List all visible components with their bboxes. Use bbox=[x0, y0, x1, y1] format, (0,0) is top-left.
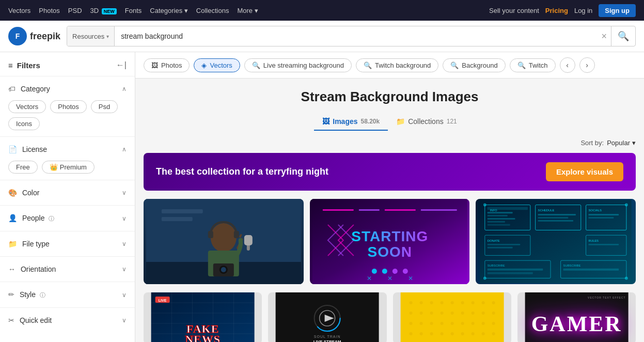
chip-photos[interactable]: 🖼 Photos bbox=[144, 58, 190, 72]
svg-point-116 bbox=[430, 332, 433, 335]
svg-text:SOON: SOON bbox=[367, 244, 412, 260]
search-icon: 🔍 bbox=[618, 31, 629, 41]
svg-point-103 bbox=[481, 312, 484, 315]
svg-point-122 bbox=[492, 332, 495, 335]
filter-section-color: 🎨 Color ∨ bbox=[0, 180, 135, 205]
content-area: 🖼 Photos ◈ Vectors 🔍 Live streaming back… bbox=[135, 52, 644, 342]
svg-point-120 bbox=[471, 332, 474, 335]
filter-section-orientation: ↔ Orientation ∨ bbox=[0, 256, 135, 282]
image-card-1[interactable] bbox=[144, 199, 304, 284]
nav-fonts[interactable]: Fonts bbox=[125, 7, 142, 14]
svg-rect-58 bbox=[488, 272, 533, 274]
image-card-7[interactable]: VECTOR TEXT EFFECT GAMER bbox=[517, 292, 636, 342]
image-scene-3: INFO SCHEDULE SOCIAL bbox=[476, 199, 636, 284]
crown-icon: 👑 bbox=[50, 163, 58, 171]
nav-vectors[interactable]: Vectors bbox=[8, 7, 30, 14]
chip-twitch-background[interactable]: 🔍 Twitch background bbox=[356, 58, 438, 72]
color-header[interactable]: 🎨 Color ∨ bbox=[8, 186, 127, 199]
category-icon: 🏷 bbox=[8, 85, 15, 93]
svg-text:GAMER: GAMER bbox=[531, 312, 622, 336]
people-header[interactable]: 👤 People ⓘ ∨ bbox=[8, 212, 127, 225]
category-header[interactable]: 🏷 Category ∧ bbox=[8, 83, 127, 95]
tag-photos[interactable]: Photos bbox=[50, 100, 86, 113]
filter-section-people: 👤 People ⓘ ∨ bbox=[0, 205, 135, 231]
search-button[interactable]: 🔍 bbox=[611, 26, 635, 46]
image-card-6[interactable] bbox=[393, 292, 511, 342]
images-count: 58.20k bbox=[361, 118, 380, 125]
image-card-4[interactable]: LIVE FAKE NEWS bbox=[144, 292, 262, 342]
signup-button[interactable]: Sign up bbox=[599, 4, 636, 17]
chips-prev-button[interactable]: ‹ bbox=[560, 57, 575, 73]
nav-psd[interactable]: PSD bbox=[68, 7, 82, 14]
svg-point-117 bbox=[440, 332, 443, 335]
image-scene-7: VECTOR TEXT EFFECT GAMER bbox=[517, 292, 636, 342]
search-clear-button[interactable]: × bbox=[597, 31, 611, 42]
license-header[interactable]: 📄 License ∧ bbox=[8, 143, 127, 156]
svg-text:SOCIALS: SOCIALS bbox=[589, 209, 602, 212]
pricing-link[interactable]: Pricing bbox=[545, 7, 568, 14]
orientation-header[interactable]: ↔ Orientation ∨ bbox=[8, 263, 127, 275]
explore-visuals-button[interactable]: Explore visuals bbox=[546, 162, 623, 181]
svg-point-102 bbox=[471, 312, 474, 315]
orientation-chevron-icon: ∨ bbox=[122, 266, 127, 273]
chip-background[interactable]: 🔍 Background bbox=[443, 58, 505, 72]
search-resource-select[interactable]: Resources ▾ bbox=[67, 26, 115, 46]
top-nav-right: Sell your content Pricing Log in Sign up bbox=[489, 4, 636, 17]
photos-chip-icon: 🖼 bbox=[151, 61, 158, 69]
nav-more[interactable]: More ▾ bbox=[237, 7, 258, 14]
image-card-3[interactable]: INFO SCHEDULE SOCIAL bbox=[476, 199, 636, 284]
style-header[interactable]: ✏ Style ⓘ ∨ bbox=[8, 288, 127, 301]
svg-point-98 bbox=[430, 312, 433, 315]
search-input[interactable] bbox=[115, 32, 597, 40]
svg-text:NEWS: NEWS bbox=[185, 333, 221, 342]
tab-collections[interactable]: 📁 Collections 121 bbox=[388, 113, 465, 131]
tag-vectors[interactable]: Vectors bbox=[8, 100, 46, 113]
filter-section-filetype: 📁 File type ∨ bbox=[0, 231, 135, 256]
tag-psd[interactable]: Psd bbox=[91, 100, 118, 113]
tag-free[interactable]: Free bbox=[8, 161, 38, 174]
image-card-2[interactable]: STARTING SOON ✕ ✕ ✕ bbox=[310, 199, 470, 284]
image-scene-1 bbox=[144, 199, 304, 284]
svg-text:INFO: INFO bbox=[490, 209, 497, 212]
quickedit-header[interactable]: ✂ Quick edit ∨ bbox=[8, 314, 127, 327]
tab-images[interactable]: 🖼 Images 58.20k bbox=[314, 113, 388, 131]
login-button[interactable]: Log in bbox=[574, 7, 592, 14]
tag-premium[interactable]: 👑Premium bbox=[42, 161, 95, 174]
nav-categories[interactable]: Categories ▾ bbox=[150, 7, 188, 14]
image-card-5[interactable]: SOUL TRAIN LIVE STREAM bbox=[268, 292, 386, 342]
chip-live-streaming[interactable]: 🔍 Live streaming background bbox=[244, 58, 352, 72]
svg-text:✕: ✕ bbox=[366, 275, 371, 282]
svg-point-90 bbox=[440, 301, 443, 304]
svg-point-112 bbox=[481, 322, 484, 325]
style-icon: ✏ bbox=[8, 290, 14, 299]
nav-photos[interactable]: Photos bbox=[39, 7, 59, 14]
svg-text:LIVE STREAM: LIVE STREAM bbox=[313, 339, 341, 342]
svg-rect-50 bbox=[488, 244, 521, 245]
svg-point-110 bbox=[461, 322, 464, 325]
svg-point-121 bbox=[481, 332, 484, 335]
nav-collections[interactable]: Collections bbox=[196, 7, 229, 14]
sidebar-collapse-button[interactable]: ←| bbox=[116, 60, 127, 70]
svg-point-87 bbox=[409, 301, 412, 304]
svg-rect-43 bbox=[538, 220, 574, 222]
chip-twitch[interactable]: 🔍 Twitch bbox=[510, 58, 556, 72]
nav-3d[interactable]: 3D NEW bbox=[90, 7, 117, 14]
sort-dropdown[interactable]: Popular ▾ bbox=[607, 139, 636, 147]
svg-text:✕: ✕ bbox=[387, 275, 392, 282]
tag-icons[interactable]: Icons bbox=[8, 117, 40, 130]
filetype-icon: 📁 bbox=[8, 240, 17, 248]
logo-text: freepik bbox=[30, 31, 60, 42]
svg-point-105 bbox=[409, 322, 412, 325]
logo[interactable]: F freepik bbox=[8, 27, 60, 45]
chip-vectors[interactable]: ◈ Vectors bbox=[194, 58, 240, 72]
svg-point-111 bbox=[471, 322, 474, 325]
svg-rect-35 bbox=[488, 215, 508, 216]
svg-point-104 bbox=[492, 312, 495, 315]
search-container: Resources ▾ × 🔍 bbox=[67, 26, 636, 46]
chips-next-button[interactable]: › bbox=[579, 57, 595, 73]
twitch-chip-icon: 🔍 bbox=[517, 61, 526, 69]
filetype-header[interactable]: 📁 File type ∨ bbox=[8, 238, 127, 250]
sell-content-link[interactable]: Sell your content bbox=[489, 7, 539, 14]
image-scene-5: SOUL TRAIN LIVE STREAM bbox=[268, 292, 386, 342]
scifi-overlay-illustration: INFO SCHEDULE SOCIAL bbox=[480, 199, 632, 284]
